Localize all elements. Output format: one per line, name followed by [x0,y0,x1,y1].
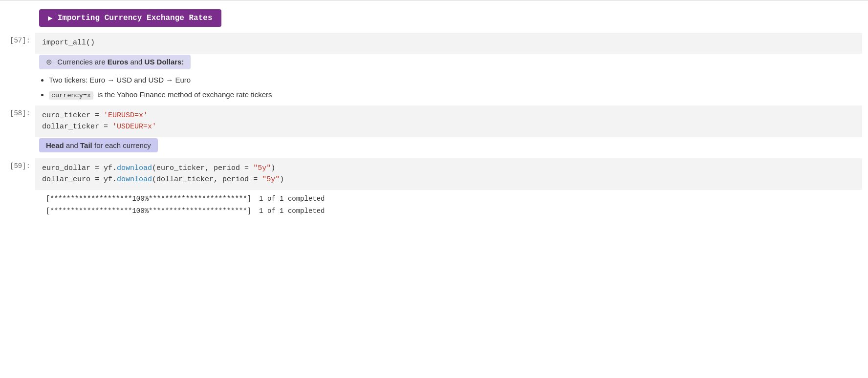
output-line-1: [********************100%***************… [46,193,862,205]
sub-heading: Head and Tail for each currency [39,138,158,152]
output-line-2: [********************100%***************… [46,205,862,217]
cell-58-number: [58]: [0,105,35,117]
cell-59-download2: download [117,175,152,184]
cell-59-line-2: dollar_euro = yf.download(dollar_ticker,… [42,174,855,186]
inline-code-currency: currency=x [49,91,93,100]
cell-58-dollar-ticker-var: dollar_ticker [42,123,99,131]
cell-59-args2: (dollar_ticker, period = [152,175,262,184]
output-progress-2: [********************100%***************… [46,205,251,217]
cell-59-yf1: yf. [104,164,117,172]
cell-58-euro-ticker-var: euro_ticker [42,111,90,120]
cell-59-line-1: euro_dollar = yf.download(euro_ticker, p… [42,163,855,174]
cell-58-line-1: euro_ticker = 'EURUSD=x' [42,110,855,122]
bullet-list: Two tickers: Euro → USD and USD → Euro c… [49,74,868,101]
cell-58-dollar-ticker-val: 'USDEUR=x' [112,123,156,131]
cell-59-args1: (euro_ticker, period = [152,164,253,172]
cell-57-content[interactable]: import_all() [35,33,862,54]
output-area: [********************100%***************… [39,191,862,219]
cell-57: [57]: import_all() [0,32,868,55]
cell-57-code: import_all() [42,39,95,47]
cell-58-equals-2: = [104,123,112,131]
cell-59-eq1: = [95,164,104,172]
cell-59-close1: ) [271,164,275,172]
cell-59: [59]: euro_dollar = yf.download(euro_tic… [0,157,868,191]
cell-59-eq2: = [95,175,104,184]
info-text: Currencies are Euros and US Dollars: [57,58,184,66]
bullet-item-2: currency=x is the Yahoo Finance method o… [49,89,868,101]
cell-59-dollar-euro-var: dollar_euro [42,175,90,184]
cell-59-close2: ) [280,175,284,184]
section-heading-arrow: ▶ [48,13,53,23]
sub-heading-head: Head [46,141,64,149]
cell-59-period1: "5y" [253,164,271,172]
cell-58-euro-ticker-val: 'EURUSD=x' [104,111,148,120]
cell-58: [58]: euro_ticker = 'EURUSD=x' dollar_ti… [0,105,868,138]
sub-heading-and: and [66,141,80,149]
section-heading-label: Importing Currency Exchange Rates [58,14,213,22]
cell-59-download1: download [117,164,152,172]
notebook: ▶ Importing Currency Exchange Rates [57]… [0,0,868,378]
output-status-1: 1 of 1 completed [259,193,325,205]
cell-59-yf2: yf. [104,175,117,184]
bullet-item-1: Two tickers: Euro → USD and USD → Euro [49,74,868,86]
sub-heading-rest: for each currency [94,141,151,149]
output-progress-1: [********************100%***************… [46,193,251,205]
section-heading: ▶ Importing Currency Exchange Rates [39,9,221,27]
cell-57-number: [57]: [0,32,35,44]
sub-heading-tail: Tail [80,141,92,149]
cell-59-number: [59]: [0,157,35,170]
cell-59-period2: "5y" [262,175,280,184]
cell-58-equals-1: = [95,111,104,120]
cell-58-content[interactable]: euro_ticker = 'EURUSD=x' dollar_ticker =… [35,105,862,137]
top-border [0,0,868,0]
cell-58-line-2: dollar_ticker = 'USDEUR=x' [42,122,855,133]
cell-59-euro-dollar-var: euro_dollar [42,164,90,172]
output-status-2: 1 of 1 completed [259,205,325,217]
cell-59-content[interactable]: euro_dollar = yf.download(euro_ticker, p… [35,158,862,190]
info-symbol: ⊛ [46,58,52,66]
info-box: ⊛ Currencies are Euros and US Dollars: [39,55,191,69]
